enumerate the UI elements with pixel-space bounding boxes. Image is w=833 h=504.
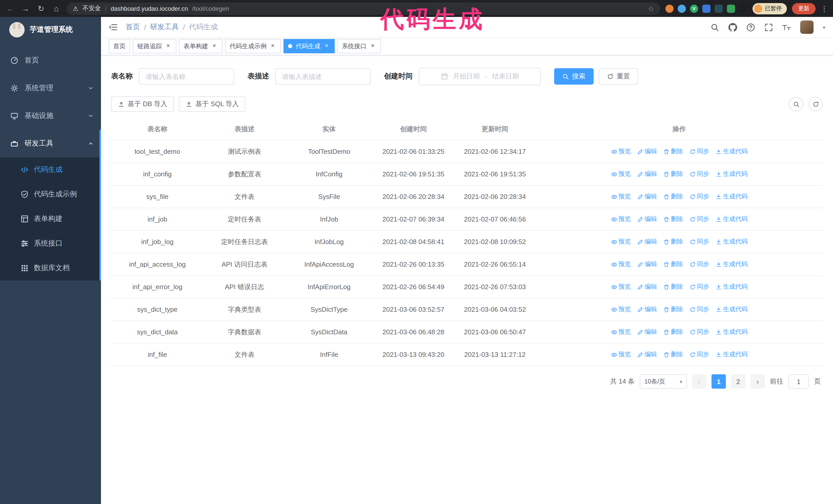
delete-link[interactable]: 删除 (663, 259, 683, 270)
delete-link[interactable]: 删除 (663, 146, 683, 157)
preview-link[interactable]: 预览 (611, 236, 631, 247)
generate-code-link[interactable]: 生成代码 (715, 327, 748, 337)
preview-link[interactable]: 预览 (611, 282, 631, 292)
goto-page-input[interactable] (788, 374, 809, 389)
tab-close-icon[interactable]: × (323, 43, 330, 50)
generate-code-link[interactable]: 生成代码 (715, 236, 748, 247)
back-icon[interactable]: ← (5, 4, 15, 13)
sync-link[interactable]: 同步 (689, 304, 709, 315)
sidebar-item-db-doc[interactable]: 数据库文档 (0, 256, 101, 281)
sync-link[interactable]: 同步 (689, 282, 709, 292)
extension-icon[interactable] (665, 4, 673, 13)
sync-link[interactable]: 同步 (689, 327, 709, 337)
sync-link[interactable]: 同步 (689, 259, 709, 270)
sidebar-item-home[interactable]: 首页 (0, 47, 101, 74)
next-page-button[interactable]: › (751, 374, 765, 389)
preview-link[interactable]: 预览 (611, 349, 631, 360)
sidebar-item-system[interactable]: 系统管理 (0, 74, 101, 102)
home-icon[interactable]: ⌂ (51, 4, 62, 13)
delete-link[interactable]: 删除 (663, 236, 683, 247)
sidebar-item-devtools[interactable]: 研发工具 (0, 130, 101, 158)
generate-code-link[interactable]: 生成代码 (715, 282, 748, 292)
toggle-search-button[interactable] (789, 97, 803, 111)
fullscreen-icon[interactable] (764, 23, 773, 31)
reset-button[interactable]: 重置 (599, 68, 638, 85)
preview-link[interactable]: 预览 (611, 146, 631, 157)
delete-link[interactable]: 删除 (663, 304, 683, 315)
sync-link[interactable]: 同步 (689, 191, 709, 202)
sync-link[interactable]: 同步 (689, 214, 709, 224)
generate-code-link[interactable]: 生成代码 (715, 259, 748, 270)
delete-link[interactable]: 删除 (663, 191, 683, 202)
sync-link[interactable]: 同步 (689, 146, 709, 157)
preview-link[interactable]: 预览 (611, 327, 631, 337)
search-icon[interactable] (711, 23, 719, 31)
github-icon[interactable] (729, 23, 737, 31)
delete-link[interactable]: 删除 (663, 349, 683, 360)
help-icon[interactable] (746, 23, 755, 31)
generate-code-link[interactable]: 生成代码 (715, 349, 748, 360)
tab-close-icon[interactable]: × (369, 43, 376, 50)
bookmark-star-icon[interactable]: ☆ (648, 4, 654, 13)
chrome-update-button[interactable]: 更新 (792, 3, 815, 14)
extension-icon[interactable] (678, 4, 686, 13)
prev-page-button[interactable]: ‹ (692, 374, 706, 389)
tab-close-icon[interactable]: × (211, 43, 218, 50)
edit-link[interactable]: 编辑 (637, 259, 657, 270)
delete-link[interactable]: 删除 (663, 169, 683, 179)
edit-link[interactable]: 编辑 (637, 282, 657, 292)
preview-link[interactable]: 预览 (611, 214, 631, 224)
sync-link[interactable]: 同步 (689, 169, 709, 179)
extension-icon[interactable] (739, 4, 747, 13)
extension-icon[interactable] (715, 4, 723, 13)
table-desc-input[interactable] (275, 68, 371, 85)
sync-link[interactable]: 同步 (689, 349, 709, 360)
generate-code-link[interactable]: 生成代码 (715, 146, 748, 157)
tab-trace[interactable]: 链路追踪× (133, 39, 176, 53)
date-range-picker[interactable]: 开始日期 - 结束日期 (419, 68, 541, 85)
delete-link[interactable]: 删除 (663, 282, 683, 292)
extension-icon[interactable] (727, 4, 735, 13)
sidebar-item-codegen[interactable]: 代码生成 (0, 158, 101, 182)
import-db-button[interactable]: 基于 DB 导入 (111, 96, 174, 112)
page-button[interactable]: 1 (712, 374, 726, 389)
hamburger-icon[interactable] (109, 23, 118, 32)
edit-link[interactable]: 编辑 (637, 214, 657, 224)
generate-code-link[interactable]: 生成代码 (715, 304, 748, 315)
sidebar-item-codegen-example[interactable]: 代码生成示例 (0, 182, 101, 207)
delete-link[interactable]: 删除 (663, 327, 683, 337)
extension-icon[interactable]: V (690, 4, 698, 13)
edit-link[interactable]: 编辑 (637, 304, 657, 315)
preview-link[interactable]: 预览 (611, 169, 631, 179)
avatar-caret-icon[interactable]: ▾ (823, 24, 825, 30)
import-sql-button[interactable]: 基于 SQL 导入 (179, 96, 246, 112)
font-size-icon[interactable] (782, 23, 791, 31)
edit-link[interactable]: 编辑 (637, 191, 657, 202)
url-bar[interactable]: ⚠ 不安全 | dashboard.yudao.iocoder.cn/tool/… (67, 2, 660, 15)
refresh-table-button[interactable] (808, 97, 823, 111)
forward-icon[interactable]: → (21, 4, 31, 13)
generate-code-link[interactable]: 生成代码 (715, 214, 748, 224)
preview-link[interactable]: 预览 (611, 259, 631, 270)
edit-link[interactable]: 编辑 (637, 349, 657, 360)
edit-link[interactable]: 编辑 (637, 146, 657, 157)
tab-close-icon[interactable]: × (165, 43, 172, 50)
logo[interactable]: 芋道管理系统 (0, 17, 101, 43)
tab-close-icon[interactable]: × (269, 43, 276, 50)
sync-link[interactable]: 同步 (689, 236, 709, 247)
preview-link[interactable]: 预览 (611, 304, 631, 315)
page-size-select[interactable]: 10条/页 ▾ (640, 374, 687, 389)
preview-link[interactable]: 预览 (611, 191, 631, 202)
extension-icon[interactable] (702, 4, 711, 13)
reload-icon[interactable]: ↻ (36, 4, 46, 13)
profile-paused-badge[interactable]: 已暂停 (753, 3, 787, 14)
tab-home[interactable]: 首页 (109, 39, 130, 53)
tab-form-builder[interactable]: 表单构建× (179, 39, 222, 53)
tab-codegen-example[interactable]: 代码生成示例× (225, 39, 281, 53)
user-avatar[interactable] (800, 21, 813, 34)
page-button[interactable]: 2 (731, 374, 745, 389)
generate-code-link[interactable]: 生成代码 (715, 169, 748, 179)
edit-link[interactable]: 编辑 (637, 327, 657, 337)
tab-api[interactable]: 系统接口× (337, 39, 381, 53)
sidebar-item-api[interactable]: 系统接口 (0, 231, 101, 256)
